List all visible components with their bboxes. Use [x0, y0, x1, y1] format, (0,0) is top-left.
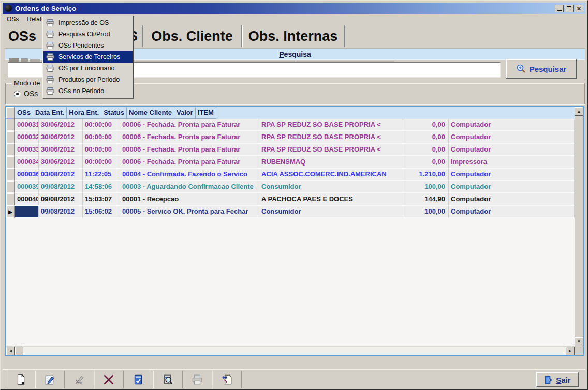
- row-indicator[interactable]: [6, 144, 15, 156]
- dropdown-menu-item[interactable]: Impressão de OS: [43, 17, 133, 28]
- table-row[interactable]: ▶ 09/08/2012 15:06:02 00005 - Servico OK…: [6, 206, 575, 218]
- cell-hora-ent[interactable]: 15:06:02: [83, 206, 120, 218]
- cell-os[interactable]: 000032: [15, 131, 39, 144]
- table-row[interactable]: 000032 30/06/2012 00:00:00 00006 - Fecha…: [6, 131, 575, 144]
- cell-status[interactable]: 00006 - Fechada. Pronta para Faturar: [120, 144, 259, 156]
- edit-record-button[interactable]: [35, 371, 65, 388]
- cell-data-ent[interactable]: 30/06/2012: [39, 131, 83, 144]
- cell-os[interactable]: 000033: [15, 144, 39, 156]
- cell-data-ent[interactable]: 30/06/2012: [39, 156, 83, 169]
- dropdown-menu-item[interactable]: OSs no Periodo: [43, 85, 133, 97]
- delete-record-button[interactable]: [94, 371, 124, 388]
- cell-os[interactable]: [15, 206, 39, 218]
- cell-nome-cliente[interactable]: ACIA ASSOC.COMERC.IND.AMERICAN: [259, 169, 403, 181]
- cell-item[interactable]: Computador: [449, 206, 575, 218]
- grid-column-header[interactable]: Hora Ent.: [67, 107, 101, 119]
- table-row[interactable]: 000031 30/06/2012 00:00:00 00006 - Fecha…: [6, 119, 575, 131]
- grid-column-header[interactable]: ITEM: [196, 107, 216, 119]
- menu-item[interactable]: OSs: [3, 14, 23, 24]
- cell-os[interactable]: 000036: [15, 169, 39, 181]
- close-icon[interactable]: ×: [575, 5, 583, 12]
- preview-button[interactable]: [153, 371, 183, 388]
- cell-hora-ent[interactable]: 00:00:00: [83, 144, 120, 156]
- dropdown-menu-item[interactable]: Servicos de Terceiros: [43, 51, 133, 63]
- cell-hora-ent[interactable]: 00:00:00: [83, 119, 120, 131]
- scroll-left-icon[interactable]: ◄: [6, 347, 15, 355]
- cell-status[interactable]: 00001 - Recepcao: [120, 193, 259, 206]
- dropdown-menu-item[interactable]: OS por Funcionario: [43, 63, 133, 74]
- cell-item[interactable]: Computador: [449, 131, 575, 144]
- table-row[interactable]: 000040 09/08/2012 15:03:07 00001 - Recep…: [6, 193, 575, 206]
- cell-item[interactable]: Computador: [449, 119, 575, 131]
- confirm-record-button[interactable]: [124, 371, 153, 388]
- new-record-button[interactable]: [6, 371, 35, 388]
- cell-status[interactable]: 00006 - Fechada. Pronta para Faturar: [120, 119, 259, 131]
- cell-status[interactable]: 00004 - Confirmada. Fazendo o Servico: [120, 169, 259, 181]
- scroll-down-icon[interactable]: ▼: [575, 337, 583, 346]
- minimize-icon[interactable]: [555, 5, 564, 12]
- print-button[interactable]: [183, 371, 212, 388]
- tab[interactable]: Obs. Cliente: [143, 25, 242, 47]
- cell-item[interactable]: Computador: [449, 169, 575, 181]
- row-indicator[interactable]: [6, 156, 15, 169]
- dropdown-menu-item[interactable]: OSs Pendentes: [43, 40, 133, 51]
- cell-valor[interactable]: 0,00: [403, 144, 449, 156]
- horizontal-scroll-thumb[interactable]: [15, 347, 23, 355]
- grid-column-header[interactable]: Valor: [174, 107, 196, 119]
- cell-data-ent[interactable]: 09/08/2012: [39, 206, 83, 218]
- dropdown-menu-item[interactable]: Pesquisa Cli/Prod: [43, 28, 133, 40]
- grid-column-header[interactable]: Data Ent.: [33, 107, 67, 119]
- cell-nome-cliente[interactable]: RPA SP REDUZ SO BASE PROPRIA <: [259, 119, 403, 131]
- cell-valor[interactable]: 100,00: [403, 206, 449, 218]
- cell-valor[interactable]: 0,00: [403, 119, 449, 131]
- cell-nome-cliente[interactable]: Consumidor: [259, 206, 403, 218]
- cell-valor[interactable]: 144,90: [403, 193, 449, 206]
- grid-column-header[interactable]: OSs: [15, 107, 33, 119]
- cell-nome-cliente[interactable]: RPA SP REDUZ SO BASE PROPRIA <: [259, 144, 403, 156]
- cell-hora-ent[interactable]: 15:03:07: [83, 193, 120, 206]
- cell-hora-ent[interactable]: 00:00:00: [83, 131, 120, 144]
- row-indicator[interactable]: [6, 193, 15, 206]
- sair-button[interactable]: Sair: [536, 372, 579, 387]
- cell-item[interactable]: Computador: [449, 181, 575, 193]
- cell-hora-ent[interactable]: 14:58:06: [83, 181, 120, 193]
- cell-valor[interactable]: 0,00: [403, 131, 449, 144]
- cell-nome-cliente[interactable]: RPA SP REDUZ SO BASE PROPRIA <: [259, 131, 403, 144]
- radio-option[interactable]: OSs: [14, 89, 38, 98]
- pesquisar-button[interactable]: Pesquisar: [506, 59, 577, 79]
- row-indicator[interactable]: [6, 181, 15, 193]
- cell-nome-cliente[interactable]: RUBENSMAQ: [259, 156, 403, 169]
- dropdown-menu-item[interactable]: Produtos por Periodo: [43, 74, 133, 85]
- cell-valor[interactable]: 0,00: [403, 156, 449, 169]
- scroll-right-icon[interactable]: ►: [566, 347, 575, 355]
- cell-status[interactable]: 00005 - Servico OK. Pronta para Fechar: [120, 206, 259, 218]
- cell-valor[interactable]: 100,00: [403, 181, 449, 193]
- scroll-up-icon[interactable]: ▲: [575, 107, 583, 116]
- table-row[interactable]: 000039 09/08/2012 14:58:06 00003 - Aguar…: [6, 181, 575, 193]
- cell-status[interactable]: 00006 - Fechada. Pronta para Faturar: [120, 131, 259, 144]
- cell-data-ent[interactable]: 30/06/2012: [39, 119, 83, 131]
- cell-data-ent[interactable]: 09/08/2012: [39, 181, 83, 193]
- cell-hora-ent[interactable]: 00:00:00: [83, 156, 120, 169]
- radio-icon[interactable]: [14, 91, 21, 97]
- cell-status[interactable]: 00003 - Aguardando Confirmacao Cliente: [120, 181, 259, 193]
- table-row[interactable]: 000036 03/08/2012 11:22:05 00004 - Confi…: [6, 169, 575, 181]
- cell-item[interactable]: Computador: [449, 144, 575, 156]
- horizontal-scrollbar[interactable]: ◄ ►: [6, 346, 575, 355]
- row-indicator[interactable]: [6, 169, 15, 181]
- cell-item[interactable]: Computador: [449, 193, 575, 206]
- cancel-edit-button[interactable]: [65, 371, 94, 388]
- grid-column-header[interactable]: Nome Cliente: [127, 107, 174, 119]
- cell-os[interactable]: 000034: [15, 156, 39, 169]
- cell-os[interactable]: 000040: [15, 193, 39, 206]
- grid-column-header[interactable]: Status: [101, 107, 127, 119]
- cell-data-ent[interactable]: 03/08/2012: [39, 169, 83, 181]
- row-indicator[interactable]: [6, 131, 15, 144]
- cell-data-ent[interactable]: 30/06/2012: [39, 144, 83, 156]
- row-indicator[interactable]: ▶: [6, 206, 15, 218]
- export-os-button[interactable]: [212, 371, 242, 388]
- table-row[interactable]: 000033 30/06/2012 00:00:00 00006 - Fecha…: [6, 144, 575, 156]
- maximize-icon[interactable]: [565, 5, 574, 12]
- table-row[interactable]: 000034 30/06/2012 00:00:00 00006 - Fecha…: [6, 156, 575, 169]
- tab[interactable]: Obs. Internas: [242, 25, 345, 47]
